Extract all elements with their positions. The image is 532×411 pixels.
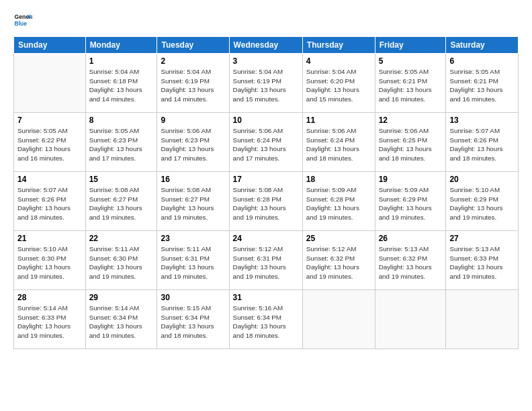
day-number: 2 [161, 56, 225, 66]
header: General Blue [13, 11, 519, 30]
calendar-cell [14, 54, 86, 113]
day-number: 7 [17, 116, 82, 125]
weekday-header-row: SundayMondayTuesdayWednesdayThursdayFrid… [14, 37, 519, 54]
day-info: Sunrise: 5:05 AMSunset: 6:21 PMDaylight:… [449, 67, 515, 104]
weekday-header-monday: Monday [85, 37, 157, 54]
svg-text:Blue: Blue [15, 20, 28, 27]
day-info: Sunrise: 5:06 AMSunset: 6:23 PMDaylight:… [161, 126, 225, 163]
day-number: 3 [233, 56, 299, 66]
day-number: 10 [233, 116, 299, 125]
day-info: Sunrise: 5:09 AMSunset: 6:29 PMDaylight:… [379, 185, 443, 222]
day-info: Sunrise: 5:06 AMSunset: 6:24 PMDaylight:… [233, 126, 299, 163]
calendar-cell: 26Sunrise: 5:13 AMSunset: 6:32 PMDayligh… [375, 231, 446, 290]
day-info: Sunrise: 5:12 AMSunset: 6:32 PMDaylight:… [306, 244, 371, 281]
calendar-cell: 20Sunrise: 5:10 AMSunset: 6:29 PMDayligh… [446, 172, 519, 231]
calendar-cell: 19Sunrise: 5:09 AMSunset: 6:29 PMDayligh… [375, 172, 446, 231]
day-info: Sunrise: 5:08 AMSunset: 6:27 PMDaylight:… [161, 185, 225, 222]
day-number: 9 [161, 116, 225, 125]
day-info: Sunrise: 5:06 AMSunset: 6:24 PMDaylight:… [306, 126, 371, 163]
day-info: Sunrise: 5:08 AMSunset: 6:28 PMDaylight:… [233, 185, 299, 222]
calendar-cell [446, 290, 519, 349]
day-number: 24 [233, 234, 299, 243]
calendar-week-row: 28Sunrise: 5:14 AMSunset: 6:33 PMDayligh… [14, 290, 519, 349]
day-info: Sunrise: 5:07 AMSunset: 6:26 PMDaylight:… [17, 185, 82, 222]
calendar-cell: 27Sunrise: 5:13 AMSunset: 6:33 PMDayligh… [446, 231, 519, 290]
day-info: Sunrise: 5:05 AMSunset: 6:21 PMDaylight:… [379, 67, 443, 104]
day-info: Sunrise: 5:09 AMSunset: 6:28 PMDaylight:… [306, 185, 371, 222]
calendar-cell: 14Sunrise: 5:07 AMSunset: 6:26 PMDayligh… [14, 172, 86, 231]
day-number: 20 [449, 175, 515, 184]
calendar-cell: 22Sunrise: 5:11 AMSunset: 6:30 PMDayligh… [85, 231, 157, 290]
day-number: 15 [89, 175, 154, 184]
calendar-cell: 16Sunrise: 5:08 AMSunset: 6:27 PMDayligh… [157, 172, 229, 231]
day-number: 4 [306, 56, 371, 66]
calendar-cell: 2Sunrise: 5:04 AMSunset: 6:19 PMDaylight… [157, 54, 229, 113]
day-info: Sunrise: 5:14 AMSunset: 6:34 PMDaylight:… [89, 304, 154, 340]
calendar-cell: 29Sunrise: 5:14 AMSunset: 6:34 PMDayligh… [85, 290, 157, 349]
calendar-cell: 17Sunrise: 5:08 AMSunset: 6:28 PMDayligh… [229, 172, 302, 231]
calendar-cell: 31Sunrise: 5:16 AMSunset: 6:34 PMDayligh… [229, 290, 302, 349]
day-info: Sunrise: 5:10 AMSunset: 6:30 PMDaylight:… [17, 244, 82, 281]
day-info: Sunrise: 5:07 AMSunset: 6:26 PMDaylight:… [449, 126, 515, 163]
calendar-cell: 21Sunrise: 5:10 AMSunset: 6:30 PMDayligh… [14, 231, 86, 290]
day-info: Sunrise: 5:04 AMSunset: 6:19 PMDaylight:… [161, 67, 225, 104]
calendar-cell: 25Sunrise: 5:12 AMSunset: 6:32 PMDayligh… [302, 231, 375, 290]
day-info: Sunrise: 5:16 AMSunset: 6:34 PMDaylight:… [233, 304, 299, 340]
day-number: 13 [449, 116, 515, 125]
calendar-cell: 11Sunrise: 5:06 AMSunset: 6:24 PMDayligh… [302, 113, 375, 172]
day-info: Sunrise: 5:14 AMSunset: 6:33 PMDaylight:… [17, 304, 82, 340]
calendar-table: SundayMondayTuesdayWednesdayThursdayFrid… [13, 36, 519, 349]
weekday-header-tuesday: Tuesday [157, 37, 229, 54]
day-number: 30 [161, 293, 225, 302]
day-info: Sunrise: 5:15 AMSunset: 6:34 PMDaylight:… [161, 304, 225, 340]
day-info: Sunrise: 5:08 AMSunset: 6:27 PMDaylight:… [89, 185, 154, 222]
day-info: Sunrise: 5:13 AMSunset: 6:33 PMDaylight:… [449, 244, 515, 281]
weekday-header-wednesday: Wednesday [229, 37, 302, 54]
calendar-cell: 13Sunrise: 5:07 AMSunset: 6:26 PMDayligh… [446, 113, 519, 172]
calendar-cell: 28Sunrise: 5:14 AMSunset: 6:33 PMDayligh… [14, 290, 86, 349]
day-number: 21 [17, 234, 82, 243]
calendar-week-row: 21Sunrise: 5:10 AMSunset: 6:30 PMDayligh… [14, 231, 519, 290]
day-info: Sunrise: 5:06 AMSunset: 6:25 PMDaylight:… [379, 126, 443, 163]
day-info: Sunrise: 5:12 AMSunset: 6:31 PMDaylight:… [233, 244, 299, 281]
day-number: 5 [379, 56, 443, 66]
day-number: 1 [89, 56, 154, 66]
day-number: 25 [306, 234, 371, 243]
weekday-header-friday: Friday [375, 37, 446, 54]
day-number: 11 [306, 116, 371, 125]
calendar-cell: 18Sunrise: 5:09 AMSunset: 6:28 PMDayligh… [302, 172, 375, 231]
day-info: Sunrise: 5:05 AMSunset: 6:23 PMDaylight:… [89, 126, 154, 163]
day-number: 26 [379, 234, 443, 243]
calendar-cell: 4Sunrise: 5:04 AMSunset: 6:20 PMDaylight… [302, 54, 375, 113]
day-number: 12 [379, 116, 443, 125]
calendar-cell: 6Sunrise: 5:05 AMSunset: 6:21 PMDaylight… [446, 54, 519, 113]
day-number: 18 [306, 175, 371, 184]
calendar-cell: 24Sunrise: 5:12 AMSunset: 6:31 PMDayligh… [229, 231, 302, 290]
calendar-cell: 12Sunrise: 5:06 AMSunset: 6:25 PMDayligh… [375, 113, 446, 172]
day-info: Sunrise: 5:13 AMSunset: 6:32 PMDaylight:… [379, 244, 443, 281]
day-number: 29 [89, 293, 154, 302]
day-number: 16 [161, 175, 225, 184]
calendar-week-row: 7Sunrise: 5:05 AMSunset: 6:22 PMDaylight… [14, 113, 519, 172]
logo-icon: General Blue [13, 11, 32, 30]
day-number: 28 [17, 293, 82, 302]
day-info: Sunrise: 5:11 AMSunset: 6:30 PMDaylight:… [89, 244, 154, 281]
day-info: Sunrise: 5:04 AMSunset: 6:19 PMDaylight:… [233, 67, 299, 104]
day-number: 14 [17, 175, 82, 184]
day-number: 19 [379, 175, 443, 184]
day-info: Sunrise: 5:11 AMSunset: 6:31 PMDaylight:… [161, 244, 225, 281]
calendar-cell: 15Sunrise: 5:08 AMSunset: 6:27 PMDayligh… [85, 172, 157, 231]
day-number: 17 [233, 175, 299, 184]
calendar-week-row: 1Sunrise: 5:04 AMSunset: 6:18 PMDaylight… [14, 54, 519, 113]
calendar-week-row: 14Sunrise: 5:07 AMSunset: 6:26 PMDayligh… [14, 172, 519, 231]
logo: General Blue [13, 11, 32, 30]
day-number: 22 [89, 234, 154, 243]
calendar-cell: 5Sunrise: 5:05 AMSunset: 6:21 PMDaylight… [375, 54, 446, 113]
calendar-cell: 1Sunrise: 5:04 AMSunset: 6:18 PMDaylight… [85, 54, 157, 113]
calendar-cell: 9Sunrise: 5:06 AMSunset: 6:23 PMDaylight… [157, 113, 229, 172]
day-info: Sunrise: 5:04 AMSunset: 6:20 PMDaylight:… [306, 67, 371, 104]
day-info: Sunrise: 5:05 AMSunset: 6:22 PMDaylight:… [17, 126, 82, 163]
calendar-cell: 3Sunrise: 5:04 AMSunset: 6:19 PMDaylight… [229, 54, 302, 113]
calendar-cell: 23Sunrise: 5:11 AMSunset: 6:31 PMDayligh… [157, 231, 229, 290]
day-number: 23 [161, 234, 225, 243]
